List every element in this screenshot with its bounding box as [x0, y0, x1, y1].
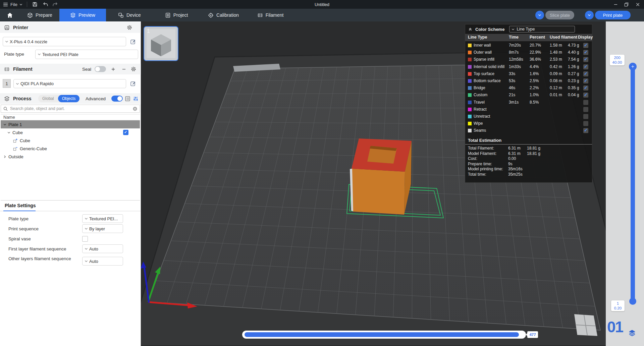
maximize-button[interactable] — [621, 0, 631, 9]
plate-type-select[interactable]: Textured PEI Plate — [35, 50, 138, 59]
tab-calibration[interactable]: Calibration — [200, 9, 247, 21]
line-type-table: Inner wall7m20s20.7%1.58 m4.73 gOuter wa… — [465, 42, 592, 134]
plate-corner-marker — [574, 314, 597, 336]
display-checkbox[interactable] — [583, 57, 588, 62]
total-estimation-row: Prepare time:9s — [465, 162, 592, 167]
minimize-button[interactable] — [610, 0, 621, 9]
layer-move-slider[interactable] — [242, 331, 526, 339]
seal-label: Seal — [82, 67, 91, 72]
tab-prepare[interactable]: Prepare — [20, 9, 59, 21]
prepare-icon — [27, 12, 33, 18]
tree-name-header: Name — [1, 114, 140, 120]
filament-select[interactable]: QIDI PLA Rapido — [13, 79, 126, 88]
line-color-swatch — [468, 108, 472, 111]
3d-viewport[interactable]: 1 Color Scheme Line Type Line Type Time … — [141, 21, 606, 346]
print-options-button[interactable] — [585, 11, 594, 19]
home-button[interactable] — [2, 9, 17, 21]
plate-settings-header[interactable]: Plate Settings — [0, 202, 141, 211]
line-color-swatch — [468, 79, 472, 83]
process-tuning-icon[interactable] — [133, 96, 139, 102]
layer-move-value-badge: 477 — [527, 331, 538, 338]
spiral-vase-checkbox[interactable] — [82, 236, 88, 242]
display-checkbox[interactable] — [583, 107, 588, 112]
edit-printer-icon[interactable] — [130, 39, 136, 45]
print-plate-button[interactable]: Print plate — [595, 11, 631, 19]
color-scheme-panel: Color Scheme Line Type Line Type Time Pe… — [465, 24, 592, 183]
display-checkbox[interactable] — [583, 64, 588, 69]
layer-range-top-handle[interactable] — [629, 63, 637, 70]
display-checkbox[interactable] — [583, 43, 588, 48]
process-list-view-icon[interactable] — [125, 96, 130, 102]
color-scheme-mode-select[interactable]: Line Type — [509, 26, 575, 33]
search-box — [1, 105, 140, 113]
tab-device[interactable]: Device — [106, 9, 153, 21]
tree-row-cube[interactable]: Cube — [1, 128, 140, 136]
display-checkbox[interactable] — [583, 78, 588, 83]
tree-row-outside[interactable]: Outside — [1, 153, 140, 161]
chevron-right-icon[interactable] — [3, 155, 7, 159]
chevron-down-icon[interactable] — [7, 130, 11, 135]
slice-plate-button[interactable]: Slice plate — [545, 11, 574, 19]
tab-preview[interactable]: Preview — [59, 9, 106, 21]
tree-row-plate-1[interactable]: Plate 1 — [1, 120, 140, 128]
display-checkbox[interactable] — [583, 100, 588, 105]
line-type-row: Custom21s1.0%0.01 m0.04 g — [465, 92, 592, 99]
process-icon — [4, 96, 10, 102]
ps-plate-type-select[interactable]: Textured PEI... — [82, 214, 123, 223]
cube-visibility-checkbox[interactable] — [123, 130, 128, 135]
model-cube[interactable] — [350, 138, 412, 215]
tab-project[interactable]: Project — [153, 9, 200, 21]
negative-part-icon — [13, 146, 18, 151]
tree-row-cube-part[interactable]: Cube — [1, 136, 140, 145]
ps-print-sequence-select[interactable]: By layer — [82, 224, 123, 233]
collapse-panel-icon[interactable] — [468, 27, 473, 32]
remove-filament-button[interactable] — [121, 67, 126, 72]
line-type-row: Outer wall8m7s22.9%1.48 m4.40 g — [465, 49, 592, 56]
filament-settings-gear-icon[interactable] — [131, 66, 136, 72]
display-checkbox[interactable] — [583, 93, 588, 98]
chevron-down-icon — [84, 216, 89, 221]
main-nav-bar: Prepare Preview Device Project Calibrati… — [0, 9, 644, 21]
tab-filament[interactable]: Filament — [247, 9, 294, 21]
total-estimation-row: Model printing time:35m16s — [465, 167, 592, 172]
slice-options-button[interactable] — [535, 11, 544, 19]
bottom-layer-tooltip: 1 0.20 — [611, 300, 625, 311]
ps-other-layers-select[interactable]: Auto — [82, 257, 123, 266]
advanced-toggle[interactable] — [111, 96, 123, 102]
ps-first-layer-select[interactable]: Auto — [82, 244, 123, 253]
device-icon — [118, 12, 124, 18]
edit-filament-icon[interactable] — [130, 81, 136, 86]
plate-thumbnail[interactable]: 1 — [144, 26, 178, 61]
filament-slot-index[interactable]: 1 — [3, 79, 11, 88]
line-type-row: Seams — [465, 127, 592, 134]
search-input[interactable] — [10, 106, 132, 111]
clear-search-icon[interactable] — [132, 106, 138, 111]
seal-toggle[interactable] — [95, 66, 106, 72]
total-estimation-title: Total Estimation — [468, 138, 592, 143]
tree-row-generic-cube-part[interactable]: Generic-Cube — [1, 145, 140, 153]
close-button[interactable] — [633, 0, 643, 9]
line-type-row: Sparse infill12m58s36.6%2.53 m7.54 g — [465, 56, 592, 63]
line-type-row: Bottom surface53s2.5%0.08 m0.23 g — [465, 77, 592, 84]
chevron-down-icon[interactable] — [3, 122, 7, 127]
add-filament-button[interactable] — [111, 67, 116, 72]
scope-global-button[interactable]: Global — [38, 96, 58, 101]
display-checkbox[interactable] — [583, 121, 588, 126]
display-checkbox[interactable] — [583, 71, 588, 76]
printer-settings-gear-icon[interactable] — [127, 25, 132, 30]
display-checkbox[interactable] — [583, 114, 588, 119]
display-checkbox[interactable] — [583, 85, 588, 91]
line-color-swatch — [468, 44, 472, 47]
display-checkbox[interactable] — [583, 50, 588, 55]
printer-preset-select[interactable]: X-Plus 4 0.4 nozzle — [3, 37, 126, 46]
positive-part-icon — [13, 138, 18, 143]
display-checkbox[interactable] — [583, 128, 588, 133]
layer-range-track[interactable] — [631, 66, 635, 302]
scope-objects-button[interactable]: Objects — [58, 95, 80, 102]
filament-section-icon — [4, 66, 10, 72]
project-icon — [165, 12, 171, 18]
line-color-swatch — [468, 122, 472, 125]
layer-range-bottom-handle[interactable] — [629, 298, 636, 305]
ps-spiral-vase-label: Spiral vase — [8, 236, 31, 241]
ps-first-layer-label: First layer filament sequence — [8, 246, 66, 251]
